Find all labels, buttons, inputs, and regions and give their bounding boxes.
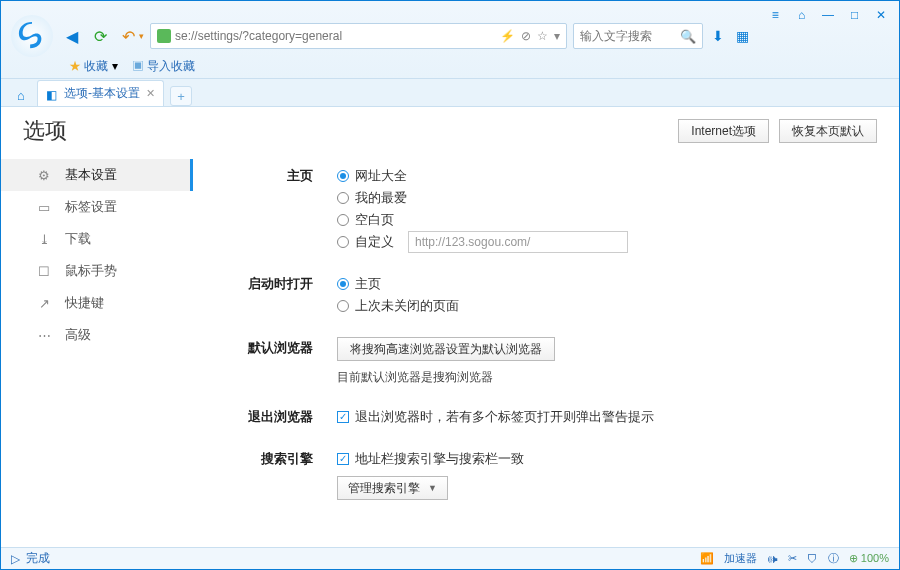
maximize-icon[interactable]: □ xyxy=(847,9,863,21)
bookmark-star-icon: ★ xyxy=(69,59,81,73)
status-text: 完成 xyxy=(26,550,50,567)
new-tab-button[interactable]: + xyxy=(170,86,192,106)
download-sb-icon: ⤓ xyxy=(37,232,51,246)
tabs-icon: ▭ xyxy=(37,200,51,214)
folder-icon: ▣ xyxy=(132,59,144,73)
sidebar-item-gestures[interactable]: ☐鼠标手势 xyxy=(1,255,193,287)
wifi-icon[interactable]: 📶 xyxy=(700,552,714,565)
settings-sidebar: ⚙基本设置 ▭标签设置 ⤓下载 ☐鼠标手势 ↗快捷键 ⋯高级 xyxy=(1,155,193,547)
set-default-browser-button[interactable]: 将搜狗高速浏览器设置为默认浏览器 xyxy=(337,337,555,361)
import-bookmarks-link[interactable]: 导入收藏 xyxy=(147,59,195,73)
accelerator-label[interactable]: 加速器 xyxy=(724,551,757,566)
play-icon[interactable]: ▷ xyxy=(11,552,20,566)
shortcut-icon: ↗ xyxy=(37,296,51,310)
minimize-icon[interactable]: — xyxy=(820,9,836,21)
active-tab[interactable]: ◧ 选项-基本设置 ✕ xyxy=(37,80,164,106)
refresh-button[interactable]: ⟳ xyxy=(89,25,111,47)
close-window-icon[interactable]: ✕ xyxy=(873,9,889,21)
search-box[interactable]: 🔍 xyxy=(573,23,703,49)
section-startup-label: 启动时打开 xyxy=(223,273,313,317)
url-input[interactable] xyxy=(175,29,496,43)
tab-title: 选项-基本设置 xyxy=(64,85,140,102)
shield-status-icon[interactable]: ⛉ xyxy=(807,553,818,565)
undo-button[interactable]: ↶ xyxy=(117,25,139,47)
caret-down-icon: ▼ xyxy=(428,483,437,493)
menu-icon[interactable]: ≡ xyxy=(767,9,783,21)
section-homepage-label: 主页 xyxy=(223,165,313,253)
zoom-level[interactable]: ⊕ 100% xyxy=(849,552,889,565)
radio-startup-home[interactable] xyxy=(337,278,349,290)
search-input[interactable] xyxy=(580,29,680,43)
internet-options-button[interactable]: Internet选项 xyxy=(678,119,769,143)
grid-icon[interactable]: ▦ xyxy=(733,27,751,45)
restore-defaults-button[interactable]: 恢复本页默认 xyxy=(779,119,877,143)
info-icon[interactable]: ⓘ xyxy=(828,551,839,566)
radio-home-all[interactable] xyxy=(337,170,349,182)
search-icon[interactable]: 🔍 xyxy=(680,29,696,44)
dropdown-icon: ▾ xyxy=(554,29,560,43)
radio-startup-last[interactable] xyxy=(337,300,349,312)
radio-home-fav[interactable] xyxy=(337,192,349,204)
address-bar[interactable]: ⚡ ⊘ ☆ ▾ xyxy=(150,23,567,49)
sidebar-item-general[interactable]: ⚙基本设置 xyxy=(1,159,193,191)
section-exit-label: 退出浏览器 xyxy=(223,406,313,428)
shield-icon: ☐ xyxy=(37,264,51,278)
sidebar-item-shortcuts[interactable]: ↗快捷键 xyxy=(1,287,193,319)
sidebar-item-download[interactable]: ⤓下载 xyxy=(1,223,193,255)
ontop-icon[interactable]: ⌂ xyxy=(794,9,810,21)
download-icon[interactable]: ⬇ xyxy=(709,27,727,45)
site-icon xyxy=(157,29,171,43)
section-default-label: 默认浏览器 xyxy=(223,337,313,386)
sidebar-item-tabs[interactable]: ▭标签设置 xyxy=(1,191,193,223)
radio-home-blank[interactable] xyxy=(337,214,349,226)
home-button[interactable]: ⌂ xyxy=(9,84,33,106)
tab-favicon: ◧ xyxy=(46,88,58,100)
more-icon: ⋯ xyxy=(37,328,51,342)
radio-home-custom[interactable] xyxy=(337,236,349,248)
page-title: 选项 xyxy=(23,116,67,146)
sound-icon[interactable]: 🕪 xyxy=(767,553,778,565)
manage-search-engines-button[interactable]: 管理搜索引擎▼ xyxy=(337,476,448,500)
compat-icon: ⊘ xyxy=(521,29,531,43)
section-search-label: 搜索引擎 xyxy=(223,448,313,500)
tab-close-icon[interactable]: ✕ xyxy=(146,87,155,100)
bookmarks-link[interactable]: 收藏 xyxy=(84,59,108,73)
sidebar-item-advanced[interactable]: ⋯高级 xyxy=(1,319,193,351)
default-browser-status: 目前默认浏览器是搜狗浏览器 xyxy=(337,369,869,386)
favorite-star-icon: ☆ xyxy=(537,29,548,43)
flash-icon: ⚡ xyxy=(500,29,515,43)
screenshot-icon[interactable]: ✂ xyxy=(788,552,797,565)
browser-logo xyxy=(11,15,53,57)
custom-homepage-input[interactable] xyxy=(408,231,628,253)
back-button[interactable]: ◀ xyxy=(61,25,83,47)
gear-icon: ⚙ xyxy=(37,168,51,182)
checkbox-search-sync[interactable]: ✓ xyxy=(337,453,349,465)
checkbox-exit-warn[interactable]: ✓ xyxy=(337,411,349,423)
